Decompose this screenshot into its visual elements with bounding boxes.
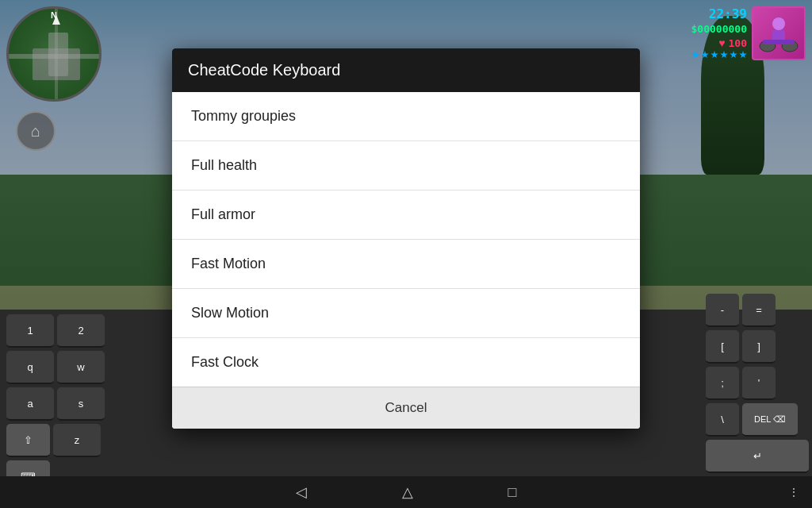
dialog-title: CheatCode Keyboard — [188, 61, 624, 79]
cancel-button[interactable]: Cancel — [172, 387, 640, 429]
dialog-header: CheatCode Keyboard — [172, 48, 640, 92]
dialog-footer: Cancel — [172, 387, 640, 429]
cheat-item-full-armor[interactable]: Full armor — [172, 190, 640, 240]
cheat-item-full-health[interactable]: Full health — [172, 141, 640, 190]
cheat-item-fast-motion[interactable]: Fast Motion — [172, 240, 640, 289]
cheat-item-slow-motion[interactable]: Slow Motion — [172, 289, 640, 338]
cheat-item-fast-clock[interactable]: Fast Clock — [172, 338, 640, 387]
cheat-dialog: CheatCode Keyboard Tommy groupiesFull he… — [172, 48, 640, 429]
dialog-body: Tommy groupiesFull healthFull armorFast … — [172, 92, 640, 387]
dialog-overlay: CheatCode Keyboard Tommy groupiesFull he… — [0, 0, 812, 508]
cheat-item-tommy-groupies[interactable]: Tommy groupies — [172, 92, 640, 141]
